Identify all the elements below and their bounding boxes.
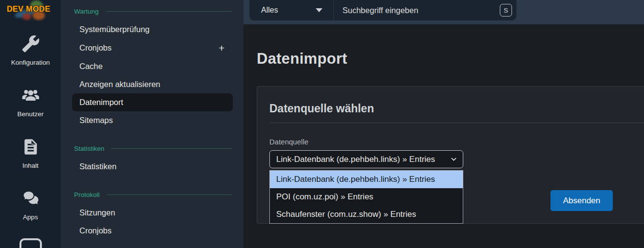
section-divider <box>107 195 232 195</box>
chat-bubbles-icon <box>21 189 40 208</box>
search-input[interactable] <box>334 0 496 20</box>
screen-icon[interactable] <box>19 238 42 248</box>
main-area: Alles S Datenimport Datenquelle wählen D… <box>244 0 644 248</box>
sidebar-item-systemueberpruefung[interactable]: Systemüberprüfung <box>72 20 233 38</box>
rail-item-label: Apps <box>23 213 38 221</box>
sidebar-item-label: Cronjobs <box>79 43 112 53</box>
rail-item-konfiguration[interactable]: Konfiguration <box>0 24 61 76</box>
datenquelle-select[interactable]: Link-Datenbank (de.pehbeh.links) » Entri… <box>269 150 463 168</box>
panel-title: Datenquelle wählen <box>269 102 644 115</box>
search-scope-select[interactable]: Alles <box>249 0 333 20</box>
rail-item-label: Benutzer <box>17 110 43 118</box>
logo-swirl-red <box>22 13 31 20</box>
datenquelle-dropdown: Link-Datenbank (de.pehbeh.links) » Entri… <box>269 170 463 224</box>
sidebar-item-label: Anzeigen aktualisieren <box>79 80 160 89</box>
app-window: DEV MODE Konfiguration Benutzer Inhalt A <box>0 0 644 248</box>
rail-item-inhalt[interactable]: Inhalt <box>0 127 61 179</box>
sidebar-section-statistiken: Statistiken Statistiken <box>61 143 244 176</box>
users-icon <box>21 86 40 105</box>
topbar: Alles S <box>244 0 644 24</box>
sidebar-section-protokoll: Protokoll Sitzungen Cronjobs <box>61 189 244 240</box>
rail-item-benutzer[interactable]: Benutzer <box>0 76 61 127</box>
dropdown-option-schaufenster[interactable]: Schaufenster (com.uz.show) » Entries <box>270 206 463 223</box>
section-title: Protokoll <box>74 191 100 198</box>
sidebar-item-sitemaps[interactable]: Sitemaps <box>72 111 233 129</box>
section-divider <box>106 11 232 12</box>
datenquelle-panel: Datenquelle wählen Datenquelle Link-Date… <box>257 86 644 224</box>
sidebar-item-cronjobs[interactable]: Cronjobs + <box>72 38 233 57</box>
sidebar-menu: Wartung Systemüberprüfung Cronjobs + Cac… <box>61 0 244 248</box>
rail-item-label: Konfiguration <box>11 59 50 66</box>
content: Datenimport Datenquelle wählen Datenquel… <box>244 24 644 224</box>
section-header: Statistiken <box>61 143 244 154</box>
dev-mode-badge: DEV MODE <box>7 5 50 14</box>
plus-icon[interactable]: + <box>219 43 225 53</box>
sidebar-item-label: Statistiken <box>79 162 116 171</box>
section-header: Wartung <box>61 6 244 17</box>
dropdown-option-poi[interactable]: POI (com.uz.poi) » Entries <box>270 188 463 206</box>
submit-button[interactable]: Absenden <box>550 190 613 211</box>
section-header: Protokoll <box>61 189 244 200</box>
sidebar-item-label: Sitzungen <box>79 208 115 217</box>
sidebar-item-label: Cache <box>79 62 103 71</box>
sidebar-item-statistiken[interactable]: Statistiken <box>72 158 233 176</box>
app-logo[interactable]: DEV MODE <box>0 0 61 24</box>
page-title: Datenimport <box>257 50 644 68</box>
section-divider <box>111 148 232 149</box>
sidebar-item-label: Sitemaps <box>79 116 113 125</box>
sidebar-item-label: Cronjobs <box>79 226 112 235</box>
chevron-down-icon <box>450 155 458 163</box>
sidebar-item-sitzungen[interactable]: Sitzungen <box>72 204 233 222</box>
section-title: Statistiken <box>74 145 104 152</box>
sidebar-item-datenimport[interactable]: Datenimport <box>72 93 233 111</box>
wrench-icon <box>21 35 40 53</box>
shortcut-key-badge: S <box>500 4 512 17</box>
nav-rail: DEV MODE Konfiguration Benutzer Inhalt A <box>0 0 61 248</box>
datenquelle-field: Datenquelle Link-Datenbank (de.pehbeh.li… <box>269 138 463 168</box>
sidebar-item-label: Systemüberprüfung <box>79 25 150 34</box>
select-value: Link-Datenbank (de.pehbeh.links) » Entri… <box>276 155 435 164</box>
sidebar-item-label: Datenimport <box>79 98 123 107</box>
sidebar-section-wartung: Wartung Systemüberprüfung Cronjobs + Cac… <box>61 6 244 129</box>
document-icon <box>21 138 40 156</box>
dropdown-option-link-datenbank[interactable]: Link-Datenbank (de.pehbeh.links) » Entri… <box>270 171 463 188</box>
panel-divider <box>269 123 644 123</box>
sidebar-item-anzeigen-aktualisieren[interactable]: Anzeigen aktualisieren <box>72 75 233 93</box>
sidebar-item-cache[interactable]: Cache <box>72 57 233 75</box>
sidebar-item-cronjobs-protokoll[interactable]: Cronjobs <box>72 222 233 240</box>
section-title: Wartung <box>74 8 99 15</box>
chevron-down-icon <box>316 8 322 12</box>
field-label: Datenquelle <box>269 138 463 146</box>
rail-item-label: Inhalt <box>22 162 38 169</box>
rail-item-apps[interactable]: Apps <box>0 179 61 230</box>
search-scope-value: Alles <box>261 6 278 15</box>
global-search: Alles S <box>249 0 516 20</box>
